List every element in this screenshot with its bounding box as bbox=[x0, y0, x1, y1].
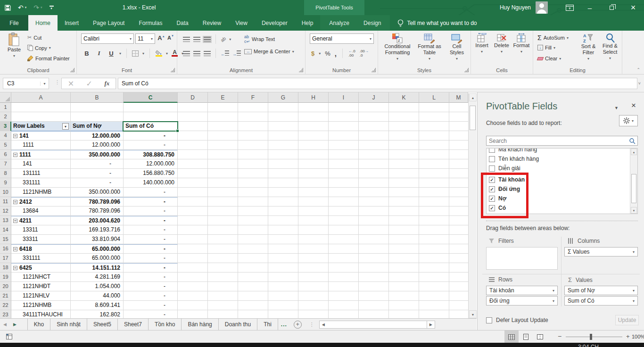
cell-A8[interactable]: 131111 bbox=[11, 169, 71, 178]
cell-styles-button[interactable]: Cell Styles▾ bbox=[445, 33, 469, 62]
row-header-18[interactable]: 18 bbox=[0, 263, 11, 273]
scroll-down-arrow[interactable]: ▼ bbox=[469, 310, 477, 318]
cell-A15[interactable]: 33311 bbox=[11, 235, 71, 244]
borders-icon[interactable] bbox=[132, 50, 139, 57]
row-header-6[interactable]: 6 bbox=[0, 150, 11, 159]
cell-A7[interactable]: 141 bbox=[11, 159, 71, 169]
normal-view-button[interactable] bbox=[504, 330, 519, 343]
row-header-1[interactable]: 1 bbox=[0, 103, 11, 112]
column-header-J[interactable]: J bbox=[359, 92, 389, 103]
cell-A21[interactable]: 1121NHLV bbox=[11, 291, 71, 301]
row-header-14[interactable]: 14 bbox=[0, 225, 11, 235]
decrease-decimal-icon[interactable]: .00→.0 bbox=[360, 49, 369, 58]
zoom-slider-thumb[interactable] bbox=[590, 334, 592, 340]
cell-A20[interactable]: 1121NHĐT bbox=[11, 282, 71, 291]
column-header-I[interactable]: I bbox=[329, 92, 359, 103]
cell-B9[interactable]: - bbox=[71, 178, 124, 188]
font-name-combo[interactable]: Calibri▾ bbox=[81, 33, 134, 44]
field-checkbox[interactable] bbox=[489, 148, 495, 153]
clipboard-dialog-launcher[interactable] bbox=[70, 68, 74, 72]
align-center-icon[interactable] bbox=[193, 51, 200, 56]
align-bottom-icon[interactable] bbox=[204, 37, 211, 42]
font-dialog-launcher[interactable] bbox=[171, 68, 175, 72]
number-dialog-launcher[interactable] bbox=[372, 68, 376, 72]
tab-data[interactable]: Data bbox=[169, 15, 195, 31]
field-checkbox[interactable]: ✓ bbox=[489, 177, 495, 183]
redo-button[interactable]: ↷▾ bbox=[33, 4, 42, 11]
merge-center-button[interactable]: ↔ Merge & Center▾ bbox=[244, 49, 294, 54]
rows-pill-1[interactable]: Tài khoản▾ bbox=[486, 286, 558, 295]
cell-B5[interactable]: 12.000.000 bbox=[71, 140, 124, 150]
formula-input[interactable]: Sum of Có bbox=[118, 78, 637, 89]
tab-insert[interactable]: Insert bbox=[58, 15, 86, 31]
vertical-scroll-thumb[interactable] bbox=[470, 106, 476, 130]
user-avatar[interactable] bbox=[536, 1, 548, 14]
grow-font-button[interactable]: A▲ bbox=[157, 34, 165, 41]
sort-filter-button[interactable]: AZ Sort & Filter▾ bbox=[578, 33, 599, 62]
find-select-button[interactable]: Find & Select▾ bbox=[599, 33, 621, 61]
zoom-slider-track[interactable] bbox=[566, 337, 622, 337]
field-item-3[interactable]: Diễn giải bbox=[487, 164, 630, 173]
name-box[interactable]: C3▾ bbox=[3, 78, 49, 89]
columns-pill-1[interactable]: Σ Values▾ bbox=[564, 247, 638, 256]
cell-C10[interactable]: - bbox=[124, 188, 178, 197]
row-header-8[interactable]: 8 bbox=[0, 169, 11, 178]
cell-B15[interactable]: 33.810.904 bbox=[71, 235, 124, 244]
cell-C15[interactable]: - bbox=[124, 235, 178, 244]
field-search-box[interactable] bbox=[486, 136, 638, 146]
cell-A5[interactable]: 1111 bbox=[11, 140, 71, 150]
cell-B19[interactable]: 4.281.169 bbox=[71, 273, 124, 282]
increase-decimal-icon[interactable]: ←.0.00 bbox=[348, 49, 355, 58]
field-list-scroll-up-arrow[interactable]: ▲ bbox=[631, 149, 637, 155]
zoom-level[interactable]: 100% bbox=[632, 334, 644, 339]
field-list-scroll-down-arrow[interactable]: ▼ bbox=[631, 207, 637, 214]
column-header-C[interactable]: C bbox=[124, 92, 178, 103]
row-header-5[interactable]: 5 bbox=[0, 140, 11, 150]
fill-color-button[interactable] bbox=[155, 50, 162, 57]
select-all-corner[interactable] bbox=[0, 92, 11, 103]
cell-B22[interactable]: 8.609.141 bbox=[71, 301, 124, 310]
cell-A16[interactable]: −6418 bbox=[11, 244, 71, 254]
zoom-out-button[interactable]: − bbox=[558, 332, 561, 340]
pill-caret-icon[interactable]: ▾ bbox=[633, 250, 635, 254]
cell-A14[interactable]: 13311 bbox=[11, 225, 71, 235]
cell-C22[interactable]: - bbox=[124, 301, 178, 310]
row-header-23[interactable]: 23 bbox=[0, 310, 11, 318]
confirm-entry-icon[interactable]: ✓ bbox=[86, 79, 92, 88]
cell-B7[interactable]: - bbox=[71, 159, 124, 169]
cell-B18[interactable]: 14.151.112 bbox=[71, 263, 124, 273]
cell-C7[interactable]: 12.000.000 bbox=[124, 159, 178, 169]
expand-formula-bar-chevron[interactable]: ˅ bbox=[638, 81, 641, 86]
new-sheet-button[interactable]: + bbox=[294, 321, 302, 329]
cell-A10[interactable]: 1121NHMB bbox=[11, 188, 71, 197]
row-header-16[interactable]: 16 bbox=[0, 244, 11, 254]
row-header-3[interactable]: 3 bbox=[0, 122, 11, 131]
tab-page-layout[interactable]: Page Layout bbox=[86, 15, 132, 31]
column-header-D[interactable]: D bbox=[178, 92, 208, 103]
cell-A17[interactable]: 331111 bbox=[11, 254, 71, 263]
cell-C2[interactable] bbox=[124, 112, 178, 122]
cut-button[interactable]: ✂Cut bbox=[27, 34, 41, 41]
cell-B8[interactable]: - bbox=[71, 169, 124, 178]
row-header-9[interactable]: 9 bbox=[0, 178, 11, 188]
cell-A22[interactable]: 1121NHMB bbox=[11, 301, 71, 310]
wrap-text-button[interactable]: abc↵ Wrap Text bbox=[244, 34, 275, 44]
tab-formulas[interactable]: Formulas bbox=[132, 15, 169, 31]
format-cells-button[interactable]: Format▾ bbox=[512, 33, 531, 55]
cell-C20[interactable]: - bbox=[124, 282, 178, 291]
cell-C23[interactable]: - bbox=[124, 310, 178, 318]
format-as-table-button[interactable]: Format as Table▾ bbox=[415, 33, 444, 62]
tools-gear-button[interactable]: ▾ bbox=[619, 115, 638, 126]
formula-bar-handle[interactable]: ⋮ bbox=[55, 79, 60, 85]
cell-A9[interactable]: 331111 bbox=[11, 178, 71, 188]
row-header-10[interactable]: 10 bbox=[0, 188, 11, 197]
field-checkbox[interactable]: ✓ bbox=[489, 186, 495, 192]
comma-style-icon[interactable]: , bbox=[335, 50, 337, 58]
sheet-tab-sinh-nhật[interactable]: Sinh nhật bbox=[50, 319, 87, 330]
cell-C17[interactable]: - bbox=[124, 254, 178, 263]
cell-B17[interactable]: 65.000.000 bbox=[71, 254, 124, 263]
field-list-scroll-thumb[interactable] bbox=[631, 174, 636, 203]
field-item-2[interactable]: Tên khách hàng bbox=[487, 154, 630, 164]
tab-analyze[interactable]: Analyze bbox=[322, 15, 356, 31]
sheet-nav-left-arrow[interactable]: ◀ bbox=[0, 322, 10, 327]
